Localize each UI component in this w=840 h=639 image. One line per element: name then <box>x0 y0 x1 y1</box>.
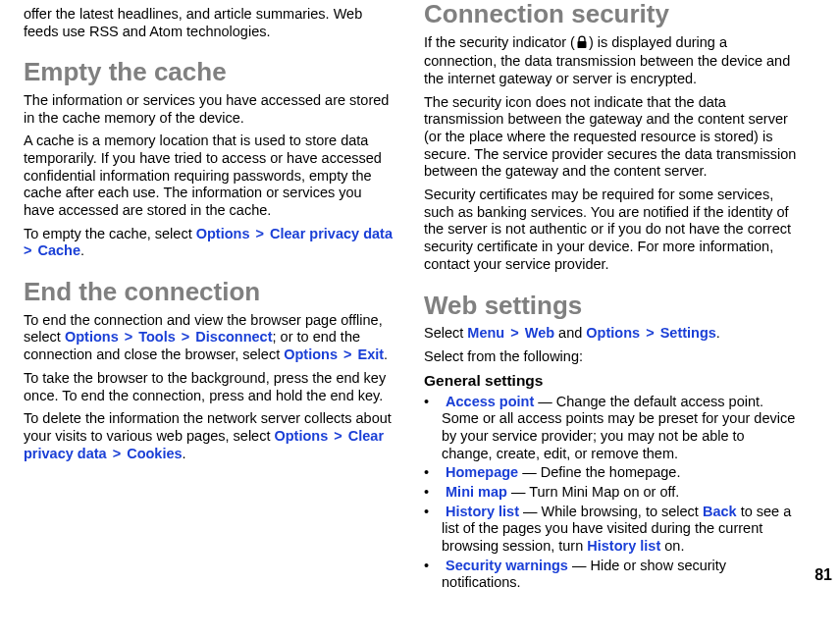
heading-connection-security: Connection security <box>424 0 797 28</box>
conn-paragraph-1: If the security indicator () is displaye… <box>424 34 797 88</box>
setting-security-warnings: Security warnings <box>446 558 568 573</box>
link-back: Back <box>703 504 737 519</box>
link-history-list: History list <box>587 538 660 554</box>
link-options: Options <box>586 325 640 341</box>
link-menu: Menu <box>467 325 504 341</box>
page-number: 81 <box>814 566 832 584</box>
cache-paragraph-1: The information or services you have acc… <box>24 92 396 127</box>
end-paragraph-1: To end the connection and view the brows… <box>24 312 396 364</box>
link-options: Options <box>196 226 250 241</box>
link-settings: Settings <box>660 325 716 341</box>
link-cookies: Cookies <box>127 446 182 461</box>
manual-page: offer the latest headlines, and article … <box>0 0 840 639</box>
link-clear-privacy-data: Clear privacy data <box>270 226 393 241</box>
list-item-history-list: History list — While browsing, to select… <box>424 504 797 556</box>
list-item-mini-map: Mini map — Turn Mini Map on or off. <box>424 484 797 502</box>
link-options: Options <box>284 346 338 362</box>
list-item-homepage: Homepage — Define the homepage. <box>424 464 797 482</box>
setting-homepage: Homepage <box>446 464 518 480</box>
right-column: Connection security If the security indi… <box>410 0 797 639</box>
intro-fragment: offer the latest headlines, and article … <box>24 6 396 40</box>
cache-paragraph-3: To empty the cache, select Options > Cle… <box>24 226 396 260</box>
web-paragraph-2: Select from the following: <box>424 348 797 366</box>
link-tools: Tools <box>138 329 176 345</box>
setting-history-list: History list <box>446 504 519 519</box>
link-cache: Cache <box>38 242 81 258</box>
heading-end-connection: End the connection <box>24 278 396 306</box>
link-disconnect: Disconnect <box>195 329 272 345</box>
list-item-security-warnings: Security warnings — Hide or show securit… <box>424 558 797 592</box>
left-column: offer the latest headlines, and article … <box>24 0 410 639</box>
svg-rect-0 <box>577 41 586 48</box>
link-exit: Exit <box>358 346 385 362</box>
setting-access-point: Access point <box>446 394 534 409</box>
conn-paragraph-3: Security certificates may be required fo… <box>424 186 797 273</box>
conn-paragraph-2: The security icon does not indicate that… <box>424 94 797 181</box>
subheading-general-settings: General settings <box>424 372 797 390</box>
setting-mini-map: Mini map <box>446 484 507 500</box>
link-options: Options <box>274 428 328 444</box>
cache-paragraph-2: A cache is a memory location that is use… <box>24 133 396 219</box>
list-item-access-point: Access point — Change the default access… <box>424 394 797 463</box>
end-paragraph-2: To take the browser to the background, p… <box>24 370 396 404</box>
link-options: Options <box>65 329 119 345</box>
general-settings-list: Access point — Change the default access… <box>424 394 797 593</box>
heading-web-settings: Web settings <box>424 292 797 320</box>
lock-icon <box>575 35 589 54</box>
web-paragraph-1: Select Menu > Web and Options > Settings… <box>424 325 797 343</box>
heading-empty-cache: Empty the cache <box>24 58 396 86</box>
end-paragraph-3: To delete the information the network se… <box>24 410 396 462</box>
link-web: Web <box>525 325 554 341</box>
